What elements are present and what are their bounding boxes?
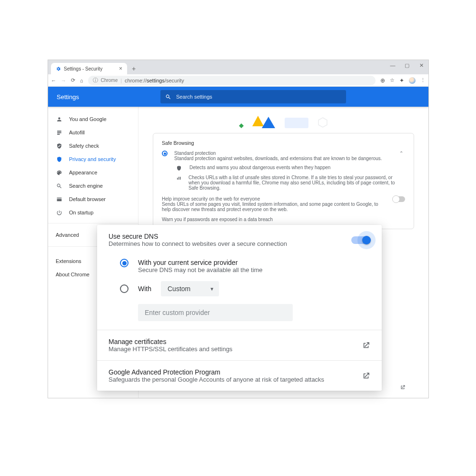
chevron-up-icon[interactable]: ⌃	[397, 151, 405, 156]
menu-icon[interactable]: ⋮	[420, 77, 426, 83]
sidebar-item-privacy-security[interactable]: Privacy and security	[48, 152, 138, 166]
tab-title: Settings - Security	[64, 66, 102, 71]
radio-off-icon	[120, 284, 129, 293]
url-text: chrome://settings/security	[125, 78, 184, 83]
title-bar: Settings - Security × + — ▢ ✕	[48, 60, 428, 74]
bookmark-icon[interactable]: ☆	[390, 77, 395, 83]
std-protection-title: Standard protection	[174, 151, 391, 156]
sidebar-item-search-engine[interactable]: Search engine	[48, 179, 138, 192]
svg-marker-3	[318, 118, 327, 127]
opt2-label: With	[138, 285, 151, 293]
dropdown-arrow-icon: ▼	[209, 286, 214, 292]
help-improve-desc: Sends URLs of some pages you visit, limi…	[162, 202, 386, 212]
person-icon	[56, 116, 62, 122]
breach-warn-text: Warn you if passwords are exposed in a d…	[162, 217, 405, 222]
browser-tab[interactable]: Settings - Security ×	[51, 63, 127, 74]
dns-provider-dropdown[interactable]: Custom ▼	[161, 281, 219, 296]
sidebar-label: You and Google	[69, 116, 107, 122]
secure-dns-overlay: Use secure DNS Determines how to connect…	[97, 225, 382, 391]
advanced-protection-link[interactable]: Google Advanced Protection Program Safeg…	[97, 361, 382, 391]
radio-standard-protection[interactable]	[162, 151, 168, 156]
url-scheme-label: Chrome	[101, 78, 118, 83]
autofill-icon	[56, 130, 62, 136]
about-label: About Chrome	[56, 272, 89, 277]
sidebar-label: Default browser	[69, 196, 106, 202]
settings-header: Settings	[48, 87, 428, 107]
sidebar-label: On startup	[69, 210, 93, 215]
chart-icon	[176, 175, 182, 181]
sidebar-item-autofill[interactable]: Autofill	[48, 126, 138, 139]
std-detect-text: Detects and warns you about dangerous ev…	[189, 165, 330, 170]
forward-icon: →	[61, 78, 66, 83]
sidebar-label: Autofill	[69, 130, 85, 135]
sidebar-label: Appearance	[69, 170, 97, 175]
section-title: Safe Browsing	[162, 140, 405, 146]
close-tab-icon[interactable]: ×	[119, 65, 122, 72]
secure-dns-row: Use secure DNS Determines how to connect…	[97, 225, 382, 255]
secure-dns-desc: Determines how to connect to websites ov…	[109, 240, 287, 247]
svg-marker-1	[252, 116, 264, 126]
adv-desc: Safeguards the personal Google Accounts …	[109, 376, 324, 383]
opt1-title: With your current service provider	[138, 259, 263, 266]
sidebar-item-default-browser[interactable]: Default browser	[48, 192, 138, 206]
custom-provider-input[interactable]	[138, 304, 293, 321]
certs-desc: Manage HTTPS/SSL certificates and settin…	[109, 345, 232, 353]
back-icon[interactable]: ←	[51, 78, 56, 83]
extensions-label: Extensions	[56, 258, 81, 264]
sidebar-item-you-and-google[interactable]: You and Google	[48, 112, 138, 126]
search-url-icon[interactable]: ⊕	[380, 77, 385, 84]
window-controls: — ▢ ✕	[388, 62, 426, 69]
maximize-icon[interactable]: ▢	[403, 62, 411, 69]
safe-browsing-card: Safe Browsing Standard protection Standa…	[153, 133, 414, 229]
reload-icon[interactable]: ⟳	[71, 77, 75, 83]
manage-certificates-link[interactable]: Manage certificates Manage HTTPS/SSL cer…	[97, 330, 382, 360]
help-improve-toggle[interactable]	[393, 196, 405, 202]
help-improve-title: Help improve security on the web for eve…	[162, 196, 386, 202]
minimize-icon[interactable]: —	[388, 62, 397, 69]
shield-check-icon	[56, 143, 62, 149]
profile-avatar[interactable]	[409, 77, 416, 84]
advanced-label: Advanced	[56, 232, 79, 238]
sidebar-item-safety-check[interactable]: Safety check	[48, 139, 138, 152]
shield-icon	[56, 156, 62, 162]
launch-icon	[362, 372, 370, 380]
search-icon	[165, 94, 171, 100]
settings-gear-icon	[56, 66, 61, 71]
settings-title: Settings	[57, 93, 79, 101]
url-field[interactable]: ⓘ Chrome | chrome://settings/security	[88, 76, 376, 85]
dns-option-current-provider[interactable]: With your current service provider Secur…	[97, 255, 382, 277]
search-settings-box[interactable]	[160, 90, 346, 103]
dropdown-value: Custom	[168, 285, 190, 293]
sidebar-item-appearance[interactable]: Appearance	[48, 166, 138, 179]
browser-icon	[56, 196, 62, 203]
illustration	[153, 107, 414, 128]
info-icon: ⓘ	[93, 77, 98, 84]
certs-title: Manage certificates	[109, 338, 232, 345]
search-settings-input[interactable]	[176, 94, 341, 100]
adv-title: Google Advanced Protection Program	[109, 368, 324, 376]
paint-icon	[56, 170, 62, 176]
sidebar-item-on-startup[interactable]: On startup	[48, 206, 138, 219]
std-protection-desc: Standard protection against websites, do…	[174, 156, 391, 161]
secure-dns-toggle[interactable]	[351, 236, 370, 244]
shield-icon	[176, 165, 183, 171]
sidebar-label: Search engine	[69, 183, 103, 189]
svg-marker-0	[239, 123, 244, 128]
new-tab-button[interactable]: +	[129, 64, 139, 73]
close-window-icon[interactable]: ✕	[417, 62, 426, 69]
radio-on-icon	[120, 259, 129, 267]
dns-option-custom[interactable]: With Custom ▼	[97, 277, 382, 300]
extensions-icon[interactable]: ✦	[399, 77, 404, 84]
search-icon	[56, 183, 62, 189]
svg-marker-2	[262, 117, 275, 128]
power-icon	[56, 210, 62, 216]
secure-dns-title: Use secure DNS	[109, 233, 287, 240]
std-checks-text: Checks URLs with a list of unsafe sites …	[188, 175, 405, 191]
sidebar-label: Privacy and security	[69, 156, 116, 162]
sidebar-label: Safety check	[69, 143, 99, 149]
home-icon[interactable]: ⌂	[80, 78, 83, 83]
url-bar: ← → ⟳ ⌂ ⓘ Chrome | chrome://settings/sec…	[48, 74, 428, 87]
launch-icon[interactable]	[400, 385, 414, 390]
opt1-desc: Secure DNS may not be available all the …	[138, 266, 263, 273]
launch-icon	[362, 341, 370, 350]
